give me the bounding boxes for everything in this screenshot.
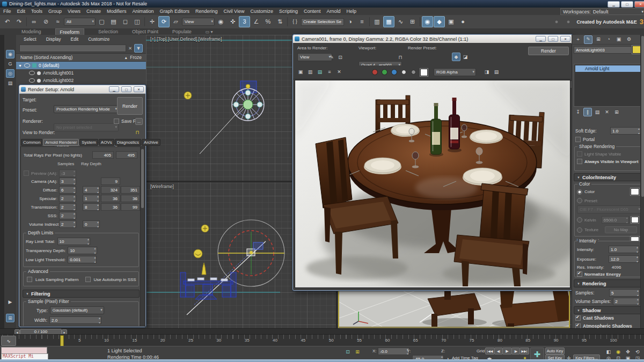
pin-stack-icon[interactable]: ↧ bbox=[574, 108, 582, 116]
ray-limit-spinner[interactable]: 10 bbox=[57, 238, 90, 245]
color-radio[interactable] bbox=[577, 189, 582, 195]
copy-image-icon[interactable]: ▥ bbox=[306, 68, 314, 77]
viewport-top-label[interactable]: [+] [Top] [User Defined] [Wireframe] bbox=[150, 36, 222, 42]
cast-shadows-checkbox[interactable] bbox=[575, 315, 581, 321]
tab-arnold-renderer[interactable]: Arnold Renderer bbox=[43, 139, 79, 146]
always-visible-checkbox[interactable] bbox=[577, 159, 582, 164]
viewport-front-label[interactable]: [Wireframe] bbox=[150, 184, 174, 189]
show-end-result-icon[interactable]: ∥ bbox=[583, 108, 592, 116]
align-icon[interactable]: ≡ bbox=[356, 16, 368, 27]
absolute-mode-icon[interactable]: ⊞ bbox=[353, 348, 362, 356]
specular-depth-spinner[interactable]: 1 bbox=[83, 195, 100, 202]
command-panel-scrollbar[interactable] bbox=[640, 35, 644, 328]
menu-help[interactable]: Help bbox=[346, 9, 356, 14]
rs-minimize-button[interactable]: ▁ bbox=[109, 86, 119, 92]
filter-width-spinner[interactable]: 2.0 bbox=[49, 316, 101, 324]
kelvin-radio[interactable] bbox=[577, 217, 582, 223]
menu-arnold[interactable]: Arnold bbox=[326, 9, 340, 14]
modifier-stack-item[interactable]: Arnold Light bbox=[575, 65, 641, 72]
select-place-icon[interactable]: ✜ bbox=[227, 16, 238, 27]
schematic-view-icon[interactable]: ⊞ bbox=[407, 16, 418, 27]
scale-icon[interactable]: ▱ bbox=[170, 16, 181, 27]
ribbon-toggle-icon[interactable]: ▦ bbox=[383, 16, 394, 27]
close-button[interactable]: ✕ bbox=[634, 1, 644, 8]
target-dropdown[interactable]: Production Rendering Mode bbox=[54, 105, 119, 113]
monochrome-channel-icon[interactable] bbox=[409, 68, 418, 77]
render-production-icon[interactable]: ● bbox=[457, 16, 469, 27]
explorer-objects-icon[interactable]: ▤ bbox=[6, 79, 14, 87]
configure-modifier-sets-icon[interactable]: ⊞ bbox=[612, 108, 621, 116]
curve-editor-icon[interactable]: ∿ bbox=[395, 16, 406, 27]
menu-content[interactable]: Content bbox=[304, 9, 321, 14]
tab-system[interactable]: System bbox=[79, 139, 98, 146]
intensity-spinner[interactable]: 1.0 bbox=[609, 246, 639, 253]
clear-search-icon[interactable]: ✕ bbox=[128, 46, 132, 51]
rendering-rollout[interactable]: ▼Rendering bbox=[574, 279, 642, 287]
auto-region-icon[interactable]: ⊡ bbox=[336, 53, 345, 62]
render-setup-teapot-icon[interactable]: ◆ bbox=[452, 53, 460, 61]
pivot-center-icon[interactable]: ◉ bbox=[215, 16, 226, 27]
rfw-close-button[interactable]: ✕ bbox=[560, 36, 570, 42]
hierarchy-tab-icon[interactable]: ⊞ bbox=[594, 35, 603, 44]
layer-compare-icon[interactable]: ◨ bbox=[482, 68, 491, 77]
rendered-image[interactable] bbox=[295, 80, 570, 288]
texture-radio[interactable] bbox=[577, 227, 582, 233]
tree-row-layer[interactable]: ▼ 0 (default) bbox=[16, 62, 146, 69]
rect-region-icon[interactable]: ◻ bbox=[120, 16, 131, 27]
selection-filter-dropdown[interactable]: All bbox=[64, 18, 96, 26]
alpha-channel-icon[interactable] bbox=[399, 68, 408, 77]
object-name-field[interactable] bbox=[574, 46, 632, 54]
camera-aa-spinner[interactable]: 3 bbox=[59, 178, 76, 185]
menu-group[interactable]: Group bbox=[48, 9, 62, 14]
snapshot-icon[interactable]: ▤ bbox=[492, 68, 501, 77]
ribbon-tab-object-paint[interactable]: Object Paint bbox=[132, 29, 158, 34]
menu-animation[interactable]: Animation bbox=[132, 9, 153, 14]
save-image-icon[interactable]: ▣ bbox=[296, 68, 305, 77]
tab-common[interactable]: Common bbox=[21, 139, 42, 146]
low-light-spinner[interactable]: 0.001 bbox=[68, 256, 97, 263]
render-setup-title-bar[interactable]: Render Setup: Arnold ▁ ▢ ✕ bbox=[19, 85, 145, 94]
explorer-lights-icon[interactable]: ◎ bbox=[6, 69, 14, 78]
dim-tool-icon[interactable]: ● bbox=[551, 16, 562, 27]
rfw-maximize-button[interactable]: ▢ bbox=[548, 36, 558, 42]
modify-tab-icon[interactable]: ✎ bbox=[584, 35, 592, 44]
light-shape-visible-checkbox[interactable] bbox=[577, 151, 582, 157]
specular-samples-spinner[interactable]: 2 bbox=[59, 195, 76, 202]
channel-display-dropdown[interactable]: RGB Alpha bbox=[434, 68, 476, 76]
preview-aa-spinner[interactable]: -3 bbox=[59, 169, 76, 177]
redo-icon[interactable]: ↷ bbox=[13, 16, 25, 27]
select-link-icon[interactable]: ∞ bbox=[28, 16, 40, 27]
utilities-tab-icon[interactable]: ⚙ bbox=[625, 35, 633, 44]
explorer-play-icon[interactable]: ▶ bbox=[6, 298, 14, 306]
workspaces-selector[interactable]: Workspaces: Default ▾ bbox=[560, 8, 644, 15]
menu-civil-view[interactable]: Civil View bbox=[224, 9, 245, 14]
tab-archive[interactable]: Archive bbox=[142, 139, 160, 146]
soft-edge-spinner[interactable]: 1.0 bbox=[610, 127, 641, 135]
mini-curve-editor-button[interactable]: ∿ bbox=[1, 336, 16, 346]
x-coordinate-field[interactable]: -0.0 bbox=[378, 348, 409, 355]
select-object-icon[interactable]: ▢ bbox=[96, 16, 107, 27]
material-editor-icon[interactable]: ◉ bbox=[422, 16, 433, 27]
preset-radio[interactable] bbox=[577, 198, 582, 203]
unlink-icon[interactable]: ⊘ bbox=[40, 16, 52, 27]
lock-view-icon[interactable]: ⊓ bbox=[133, 128, 142, 137]
rs-render-button[interactable]: Render bbox=[117, 97, 143, 115]
column-header-frozen[interactable]: Froze bbox=[130, 55, 142, 60]
kelvin-spinner[interactable]: 6500.0 bbox=[602, 216, 629, 224]
volume-samples-spinner[interactable]: 2 bbox=[613, 298, 640, 305]
tab-diagnostics[interactable]: Diagnostics bbox=[115, 139, 141, 146]
rs-maximize-button[interactable]: ▢ bbox=[121, 86, 131, 92]
current-frame-marker[interactable] bbox=[60, 335, 64, 346]
rfw-minimize-button[interactable]: ▁ bbox=[536, 36, 546, 42]
explorer-menu-customize[interactable]: Customize bbox=[88, 36, 109, 42]
named-selection-set-input[interactable] bbox=[301, 18, 344, 26]
named-sets-icon[interactable]: { } bbox=[289, 16, 301, 27]
color-intensity-rollout[interactable]: ▼Color/Intensity bbox=[574, 173, 642, 181]
texture-map-button[interactable]: No Map bbox=[605, 226, 637, 233]
tree-row-light[interactable]: ArnoldLight002 bbox=[16, 77, 146, 84]
layer-manager-icon[interactable]: ▥ bbox=[371, 16, 383, 27]
next-frame-button[interactable]: |▶ bbox=[511, 348, 520, 354]
auto-key-button[interactable]: Auto Key bbox=[545, 348, 565, 354]
track-bar[interactable]: ∿ 51015 202530 354045 505560 657075 8085… bbox=[0, 334, 644, 346]
sss-samples-spinner[interactable]: 2 bbox=[59, 212, 76, 219]
